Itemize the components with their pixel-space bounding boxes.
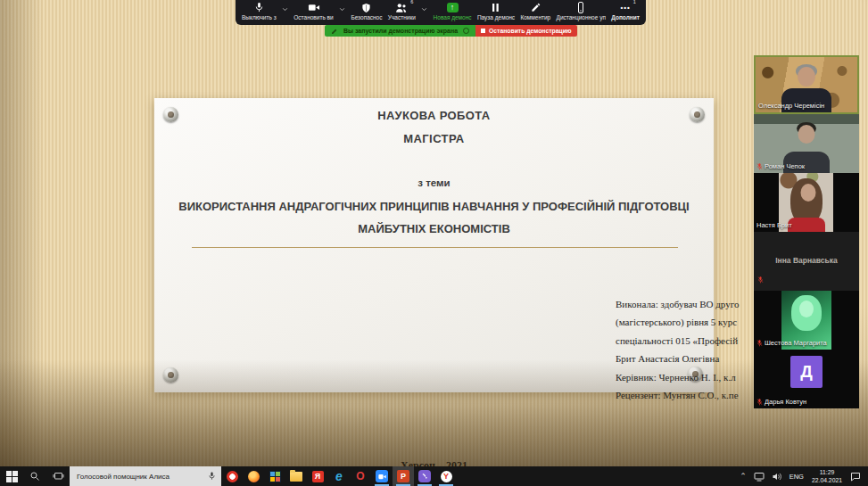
stop-video-label: Остановить ви (293, 14, 333, 21)
microsoft-store-icon[interactable] (264, 466, 285, 486)
start-button[interactable] (0, 466, 23, 486)
annotate-pencil-icon (331, 28, 338, 35)
participant-tile-shestova[interactable]: Шестова Маргарита (754, 291, 859, 350)
speaker-icon[interactable] (768, 466, 786, 486)
task-view-button[interactable] (46, 466, 70, 486)
video-options-chevron-icon[interactable] (337, 2, 347, 16)
powerpoint-app-icon[interactable] (393, 466, 414, 486)
credits-line: спеціальності 015 «Професій (616, 332, 739, 350)
audio-options-chevron-icon[interactable] (280, 2, 290, 16)
annotate-button[interactable]: Комментир (518, 2, 552, 21)
file-explorer-icon[interactable] (285, 466, 307, 486)
remote-control-icon (577, 2, 584, 13)
taskbar-search-button[interactable] (23, 466, 46, 486)
share-watch-icon[interactable] (463, 28, 469, 34)
stop-square-icon (481, 29, 485, 33)
participants-button[interactable]: 6 Участники (386, 2, 417, 21)
participants-video-strip: Олександр Черемісін Роман Чепок Настя Бр… (754, 55, 859, 408)
participant-name-label: Настя Брит (756, 221, 792, 229)
muted-mic-icon (757, 276, 764, 284)
windows-taskbar: Голосовой помощник Алиса ⌃ ENG (0, 466, 868, 486)
participant-silhouette (798, 67, 815, 86)
stop-share-button[interactable]: Остановить демонстрацию (475, 25, 577, 37)
viber-app-icon[interactable] (414, 466, 435, 486)
participant-silhouette (788, 218, 825, 232)
participant-tile-chepok[interactable]: Роман Чепок (754, 114, 859, 173)
participant-tile-varnavska[interactable]: Інна Варнавська (754, 232, 859, 291)
more-count-badge: 1 (633, 0, 636, 4)
participant-tile-cheremisin[interactable]: Олександр Черемісін (754, 55, 859, 114)
task-view-icon (53, 471, 64, 482)
network-icon[interactable] (750, 466, 768, 486)
avatar: Д (790, 356, 823, 388)
yandex-y-icon[interactable] (435, 466, 457, 486)
muted-mic-icon (756, 340, 763, 347)
system-tray: ⌃ ENG 11:29 22.04.2021 (736, 466, 868, 486)
participant-silhouette (800, 184, 815, 202)
alice-voice-assistant-search[interactable]: Голосовой помощник Алиса (70, 466, 221, 486)
participant-name-label: Шестова Маргарита (765, 339, 827, 347)
more-label: Дополнит (611, 14, 640, 21)
new-share-button[interactable]: Новая демонс (432, 2, 474, 21)
share-status-section: Вы запустили демонстрацию экрана (325, 25, 475, 37)
participant-name-label: Інна Варнавська (754, 256, 859, 265)
voice-search-mic-icon[interactable] (208, 471, 216, 482)
search-text: Голосовой помощник Алиса (77, 473, 204, 481)
taskbar-clock[interactable]: 11:29 22.04.2021 (807, 468, 847, 484)
security-button[interactable]: Безопаснос (349, 2, 384, 21)
action-center-icon[interactable] (847, 466, 864, 486)
firefox-icon[interactable] (243, 466, 264, 486)
opera-browser-icon[interactable] (350, 466, 371, 486)
credits-line: (магістерського) рівня 5 курс (616, 313, 739, 331)
yandex-app-icon[interactable] (307, 466, 328, 486)
remote-control-button[interactable]: Дистанционное уп (555, 2, 608, 21)
annotate-label: Комментир (520, 14, 550, 21)
participants-label: Участники (388, 14, 416, 21)
windows-logo-icon (6, 471, 18, 482)
credits-line: Керівник: Черненко Н. І., к.л (616, 368, 739, 386)
screen-share-banner: Вы запустили демонстрацию экрана Останов… (325, 25, 577, 37)
slide-title-line1: НАУКОВА РОБОТА (154, 109, 714, 122)
search-icon (29, 471, 40, 482)
more-icon: ••• 1 (620, 2, 630, 13)
yandex-browser-icon[interactable] (221, 466, 243, 486)
more-button[interactable]: ••• 1 Дополнит (609, 2, 641, 21)
participant-name-label: Роман Чепок (765, 162, 805, 170)
slide-subtitle: з теми (154, 177, 714, 188)
pause-share-label: Пауза демонс (477, 14, 515, 21)
show-hidden-icons-chevron[interactable]: ⌃ (736, 466, 750, 486)
credits-line: Брит Анастасія Олегівна (616, 350, 739, 367)
slide-theme-line2: МАЙБУТНІХ ЕКОНОМІСТІВ (154, 222, 714, 235)
credits-line: Рецензент: Мунтян С.О., к.пе (616, 386, 739, 404)
muted-mic-icon (756, 163, 763, 170)
participant-silhouette (798, 125, 815, 144)
participants-options-chevron-icon[interactable] (419, 2, 429, 16)
desktop-screen: Выключить з Остановить ви Безопаснос 6 (0, 0, 868, 486)
mute-audio-button[interactable]: Выключить з (240, 2, 278, 21)
microphone-icon (254, 2, 264, 13)
screw-bottom-left (163, 367, 178, 383)
video-camera-icon (308, 2, 320, 13)
zoom-app-icon[interactable] (371, 466, 393, 486)
pause-icon (492, 2, 500, 13)
new-share-label: Новая демонс (434, 14, 472, 21)
slide-divider-line (192, 247, 678, 248)
participant-tile-kovtun[interactable]: Д Дарья Ковтун (754, 350, 859, 408)
credits-line: Виконала: здобувач ВО друго (616, 295, 739, 313)
participants-icon: 6 (395, 2, 408, 13)
edge-browser-icon[interactable] (328, 466, 350, 486)
security-label: Безопаснос (351, 14, 382, 21)
language-indicator[interactable]: ENG (786, 466, 807, 486)
share-screen-icon (447, 2, 459, 13)
slide-theme-line1: ВИКОРИСТАННЯ АНДРАГОГІЧНИХ ПРИНЦИПІВ НАВ… (154, 200, 714, 213)
slide-title-line2: МАГІСТРА (154, 132, 714, 145)
mute-audio-label: Выключить з (242, 14, 277, 21)
muted-mic-icon (756, 399, 763, 406)
participant-tile-bryt[interactable]: Настя Брит (754, 173, 859, 232)
clock-time: 11:29 (812, 468, 842, 476)
pause-share-button[interactable]: Пауза демонс (475, 2, 517, 21)
share-status-message: Вы запустили демонстрацию экрана (343, 28, 458, 34)
clock-date: 22.04.2021 (812, 476, 842, 484)
stop-video-button[interactable]: Остановить ви (292, 2, 335, 21)
zoom-meeting-toolbar: Выключить з Остановить ви Безопаснос 6 (236, 0, 646, 25)
